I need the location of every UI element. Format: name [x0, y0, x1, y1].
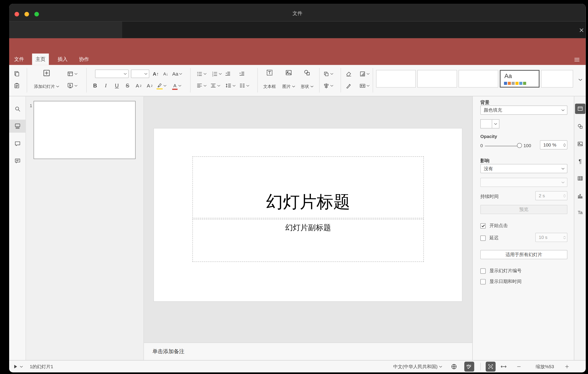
shading-button[interactable]: [358, 69, 371, 79]
superscript-mark: 2: [140, 84, 142, 87]
title-placeholder[interactable]: 幻灯片标题: [192, 156, 424, 218]
shape-icon: [303, 69, 311, 77]
horizontal-align-button[interactable]: [195, 81, 208, 91]
bullet-list-button[interactable]: [195, 69, 208, 79]
theme-thumbnail-5[interactable]: [541, 70, 573, 88]
zoom-in-button[interactable]: [564, 361, 570, 373]
chevron-down-icon: [561, 167, 565, 170]
italic-button[interactable]: I: [101, 81, 111, 91]
paragraph-settings-tab[interactable]: ¶: [575, 156, 585, 166]
paste-button[interactable]: [12, 81, 22, 91]
font-color-button[interactable]: A: [170, 81, 183, 91]
tab-collaboration[interactable]: 协作: [75, 54, 92, 65]
start-on-click-checkbox[interactable]: 开始点击: [480, 222, 508, 229]
toolbar-divider: [341, 68, 341, 92]
superscript-button[interactable]: A2: [134, 81, 143, 91]
theme-gallery-expand-button[interactable]: [577, 75, 584, 85]
duration-field[interactable]: 2 s: [535, 191, 567, 200]
show-date-time-checkbox[interactable]: 显示日期和时间: [480, 278, 522, 285]
align-shapes-button[interactable]: [322, 81, 335, 91]
change-case-button[interactable]: Aa: [171, 69, 183, 79]
subtitle-placeholder[interactable]: 幻灯片副标题: [192, 219, 424, 262]
close-overlay-button[interactable]: [577, 25, 586, 35]
document-language-button[interactable]: [451, 361, 458, 373]
effect-section-label: 影响: [480, 157, 567, 164]
add-slide-button[interactable]: 添加幻灯片: [31, 67, 62, 91]
arrange-shapes-button[interactable]: [322, 69, 335, 79]
line-spacing-button[interactable]: [224, 81, 237, 91]
fit-slide-button[interactable]: [486, 361, 495, 373]
decrease-font-button[interactable]: A↓: [161, 69, 170, 79]
subscript-button[interactable]: A2: [145, 81, 155, 91]
start-slideshow-button[interactable]: [65, 81, 79, 91]
opacity-slider-knob[interactable]: [517, 143, 522, 148]
effect-select[interactable]: 没有: [480, 164, 567, 173]
fit-width-icon: [500, 363, 507, 370]
app-window: 文件 产品介绍.pptx adm***@dootask.com 文件 主页 插入…: [9, 4, 586, 373]
underline-button[interactable]: U: [112, 81, 122, 91]
increase-indent-button[interactable]: [237, 69, 247, 79]
apply-to-all-button[interactable]: 适用于所有幻灯片: [480, 250, 567, 259]
copy-button[interactable]: [12, 69, 22, 79]
chevron-down-icon: [74, 73, 77, 75]
zoom-out-button[interactable]: [516, 361, 522, 373]
slide-size-button[interactable]: [358, 81, 371, 91]
columns-button[interactable]: [238, 81, 251, 91]
highlight-color-button[interactable]: [155, 81, 168, 91]
preview-button[interactable]: 预览: [480, 205, 567, 214]
slide-settings-tab[interactable]: [575, 104, 585, 114]
effect-variant-select[interactable]: [480, 178, 567, 187]
clear-style-button[interactable]: [344, 69, 353, 79]
insert-textbox-button[interactable]: 文本框: [261, 67, 278, 91]
delay-field[interactable]: 10 s: [535, 233, 567, 242]
textart-settings-tab[interactable]: Ta: [575, 207, 585, 217]
increase-font-button[interactable]: A↑: [151, 69, 160, 79]
chevron-down-icon: [217, 85, 220, 87]
opacity-value-field[interactable]: 100 %: [540, 140, 567, 149]
superscript-base: A: [136, 83, 139, 88]
slide-size-icon: [359, 82, 366, 89]
slide-surface[interactable]: 幻灯片标题 幻灯片副标题: [154, 128, 462, 302]
font-size-combo[interactable]: [131, 70, 149, 78]
sidebar-search-button[interactable]: [9, 102, 26, 115]
slide-layout-button[interactable]: [65, 69, 79, 79]
chart-settings-tab[interactable]: [575, 191, 585, 201]
delay-checkbox[interactable]: 延迟: [480, 235, 499, 241]
shape-settings-tab[interactable]: [575, 121, 585, 132]
insert-shape-button[interactable]: 形状: [299, 67, 315, 91]
numbered-list-button[interactable]: 123: [210, 69, 223, 79]
spellcheck-button[interactable]: abc: [464, 361, 474, 373]
table-settings-tab[interactable]: [575, 173, 585, 183]
slide-thumbnail[interactable]: [33, 101, 135, 159]
start-slideshow-status-button[interactable]: [12, 361, 23, 373]
sidebar-comments-button[interactable]: [9, 137, 26, 150]
spinner-arrows-icon[interactable]: [563, 143, 566, 146]
background-fill-select[interactable]: 颜色填充: [480, 106, 567, 115]
background-color-picker[interactable]: [480, 119, 499, 128]
theme-thumbnail-selected[interactable]: Aa: [500, 70, 539, 88]
tab-insert[interactable]: 插入: [54, 54, 71, 65]
spellcheck-icon: abc: [464, 362, 474, 372]
font-name-combo[interactable]: [95, 70, 129, 78]
tab-home[interactable]: 主页: [32, 54, 49, 65]
theme-thumbnail-3[interactable]: [459, 70, 498, 88]
fit-width-button[interactable]: [500, 361, 507, 373]
theme-thumbnail-1[interactable]: [376, 70, 416, 88]
language-selector[interactable]: 中文(中华人民共和国): [393, 361, 442, 373]
bold-button[interactable]: B: [90, 81, 100, 91]
strikeout-button[interactable]: S: [123, 81, 133, 91]
decrease-indent-button[interactable]: [222, 69, 232, 79]
tab-file[interactable]: 文件: [11, 54, 28, 65]
theme-thumbnail-2[interactable]: [417, 70, 457, 88]
notes-area[interactable]: 单击添加备注: [144, 342, 472, 360]
vertical-align-button[interactable]: [209, 81, 221, 91]
opacity-slider-track[interactable]: [485, 146, 522, 146]
image-settings-tab[interactable]: [575, 139, 585, 149]
sidebar-chat-button[interactable]: [9, 154, 26, 167]
insert-image-button[interactable]: 图片: [281, 67, 297, 91]
opacity-slider-row: 0 100 100 %: [480, 141, 567, 150]
header-menu-button[interactable]: [574, 56, 580, 65]
sidebar-slides-button[interactable]: [9, 120, 26, 133]
copy-style-button[interactable]: [344, 81, 353, 91]
show-slide-number-checkbox[interactable]: 显示幻灯片编号: [480, 267, 522, 274]
